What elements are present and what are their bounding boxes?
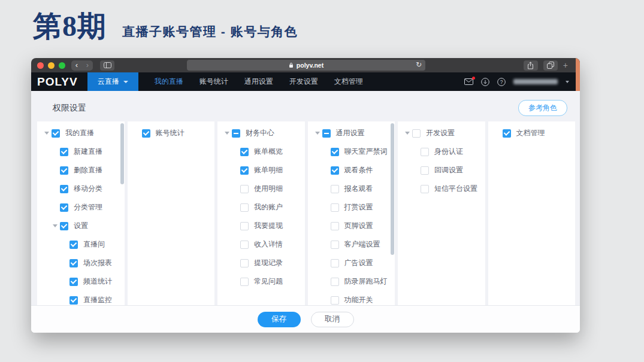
back-icon[interactable]: ‹ [71, 60, 82, 71]
checkbox-unchecked[interactable] [331, 222, 339, 230]
refresh-icon[interactable]: ↻ [416, 60, 422, 69]
scrollbar-thumb[interactable] [391, 123, 394, 255]
tree-node-label[interactable]: 开发设置 [426, 128, 455, 138]
nav-item-5[interactable]: 文档管理 [334, 77, 363, 87]
message-icon[interactable] [464, 78, 473, 85]
nav-item-4[interactable]: 开发设置 [289, 77, 318, 87]
tree-node-label[interactable]: 账号统计 [156, 128, 185, 138]
tree-node-label[interactable]: 广告设置 [344, 258, 373, 268]
tree-node-label[interactable]: 观看条件 [344, 165, 373, 175]
checkbox-checked[interactable] [60, 185, 68, 193]
checkbox-checked[interactable] [240, 148, 249, 156]
checkbox-unchecked[interactable] [421, 148, 429, 156]
tree-node-label[interactable]: 文档管理 [516, 128, 545, 138]
checkbox-unchecked[interactable] [412, 129, 421, 138]
tree-node-label[interactable]: 回调设置 [434, 165, 463, 175]
expand-arrow-icon[interactable] [222, 132, 232, 135]
checkbox-unchecked[interactable] [240, 241, 249, 249]
reference-role-button[interactable]: 参考角色 [518, 100, 567, 116]
tree-node-label[interactable]: 我的账户 [254, 202, 283, 212]
expand-arrow-icon[interactable] [313, 132, 322, 135]
nav-item-2[interactable]: 账号统计 [199, 77, 228, 87]
checkbox-checked[interactable] [60, 203, 68, 212]
expand-arrow-icon[interactable] [403, 132, 412, 135]
nav-item-1[interactable]: 我的直播 [155, 77, 183, 87]
tree-node-label[interactable]: 客户端设置 [344, 239, 380, 250]
checkbox-indeterminate[interactable] [232, 129, 240, 138]
checkbox-unchecked[interactable] [331, 203, 339, 212]
tree-node-label[interactable]: 我要提现 [254, 221, 283, 231]
checkbox-checked[interactable] [69, 241, 78, 249]
expand-arrow-icon[interactable] [50, 224, 60, 227]
tree-node-label[interactable]: 频道统计 [83, 276, 112, 287]
tabs-overview-icon[interactable] [543, 60, 558, 71]
tree-node-label[interactable]: 收入详情 [254, 239, 283, 250]
nav-tab-cloud-live[interactable]: 云直播 [87, 72, 138, 91]
close-window-icon[interactable] [37, 62, 44, 69]
checkbox-unchecked[interactable] [331, 278, 339, 286]
tree-node-label[interactable]: 分类管理 [74, 202, 102, 212]
tree-node-label[interactable]: 防录屏跑马灯 [344, 276, 388, 287]
tree-node-label[interactable]: 聊天室严禁词 [344, 147, 388, 157]
checkbox-unchecked[interactable] [240, 203, 249, 212]
tree-node-label[interactable]: 页脚设置 [344, 221, 373, 231]
help-circle-icon[interactable]: ? [497, 78, 506, 86]
checkbox-unchecked[interactable] [331, 259, 339, 267]
tree-node-label[interactable]: 我的直播 [65, 128, 94, 138]
checkbox-checked[interactable] [52, 129, 60, 138]
address-bar[interactable]: polyv.net ↻ [187, 60, 425, 71]
tree-node-label[interactable]: 直播监控 [83, 295, 112, 305]
tree-node-label[interactable]: 功能开关 [344, 295, 373, 305]
scrollbar-thumb[interactable] [120, 123, 124, 184]
new-tab-icon[interactable]: + [563, 61, 568, 69]
checkbox-unchecked[interactable] [240, 222, 249, 230]
tree-node-label[interactable]: 场次报表 [83, 258, 112, 268]
tree-node-label[interactable]: 移动分类 [74, 184, 102, 194]
checkbox-unchecked[interactable] [240, 278, 249, 286]
expand-arrow-icon[interactable] [42, 132, 52, 135]
checkbox-unchecked[interactable] [421, 166, 429, 175]
account-name-redacted[interactable] [513, 79, 558, 84]
checkbox-checked[interactable] [331, 166, 339, 175]
checkbox-checked[interactable] [69, 278, 78, 286]
share-icon[interactable] [524, 60, 538, 71]
download-circle-icon[interactable] [481, 78, 489, 86]
maximize-window-icon[interactable] [59, 62, 65, 69]
checkbox-unchecked[interactable] [421, 185, 429, 193]
checkbox-unchecked[interactable] [331, 241, 339, 249]
checkbox-checked[interactable] [60, 166, 68, 175]
checkbox-unchecked[interactable] [331, 185, 339, 193]
tree-node-label[interactable]: 常见问题 [254, 276, 283, 287]
tree-node-label[interactable]: 删除直播 [74, 165, 102, 175]
tree-node-label[interactable]: 设置 [74, 221, 88, 231]
checkbox-unchecked[interactable] [240, 259, 249, 267]
tree-node-label[interactable]: 提现记录 [254, 258, 283, 268]
checkbox-checked[interactable] [69, 296, 78, 305]
checkbox-checked[interactable] [240, 166, 249, 175]
tree-node-label[interactable]: 直播间 [83, 239, 105, 250]
sidebar-toggle-icon[interactable] [100, 60, 114, 71]
tree-node-label[interactable]: 通用设置 [336, 128, 365, 138]
tree-node-label[interactable]: 财务中心 [246, 128, 274, 138]
tree-node-label[interactable]: 账单明细 [254, 165, 283, 175]
checkbox-checked[interactable] [69, 259, 78, 267]
checkbox-checked[interactable] [331, 148, 339, 156]
tree-node-label[interactable]: 短信平台设置 [434, 184, 477, 194]
nav-item-3[interactable]: 通用设置 [244, 77, 273, 87]
checkbox-unchecked[interactable] [331, 296, 339, 305]
save-button[interactable]: 保存 [258, 312, 301, 327]
tree-node-label[interactable]: 账单概览 [254, 147, 283, 157]
account-chevron-down-icon[interactable] [566, 81, 569, 83]
checkbox-unchecked[interactable] [240, 185, 249, 193]
tree-node-label[interactable]: 身份认证 [434, 147, 463, 157]
minimize-window-icon[interactable] [48, 62, 55, 69]
checkbox-checked[interactable] [60, 148, 68, 156]
tree-node-label[interactable]: 打赏设置 [344, 202, 373, 212]
forward-icon[interactable]: › [82, 60, 93, 71]
tree-node-label[interactable]: 新建直播 [74, 147, 102, 157]
tree-node-label[interactable]: 报名观看 [344, 184, 373, 194]
checkbox-checked[interactable] [142, 129, 150, 138]
checkbox-indeterminate[interactable] [322, 129, 331, 138]
checkbox-checked[interactable] [503, 129, 511, 138]
checkbox-checked[interactable] [60, 222, 68, 230]
